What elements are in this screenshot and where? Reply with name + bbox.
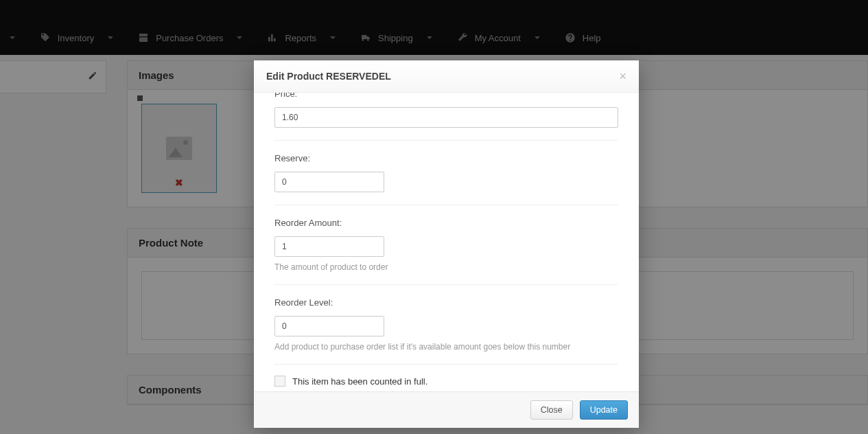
reorder-amount-input[interactable] [274, 236, 384, 257]
counted-checkbox-row: This item has been counted in full. [274, 365, 618, 391]
update-button[interactable]: Update [580, 400, 628, 420]
edit-product-modal: Edit Product RESERVEDEL × Price: Reserve… [254, 60, 639, 428]
form-group-price: Price: [274, 93, 618, 141]
counted-label: This item has been counted in full. [292, 376, 427, 387]
reorder-amount-label: Reorder Amount: [274, 218, 618, 228]
modal-title: Edit Product RESERVEDEL [266, 71, 391, 82]
close-button[interactable]: Close [530, 400, 573, 420]
price-label: Price: [274, 93, 618, 99]
reorder-level-help: Add product to purchase order list if it… [274, 342, 618, 352]
form-group-reorder-amount: Reorder Amount: The amount of product to… [274, 205, 618, 285]
reorder-level-input[interactable] [274, 316, 384, 336]
modal-body: Price: Reserve: Reorder Amount: The amou… [254, 93, 639, 391]
modal-footer: Close Update [254, 391, 639, 428]
reorder-amount-help: The amount of product to order [274, 262, 618, 272]
reserve-label: Reserve: [274, 153, 618, 163]
reorder-level-label: Reorder Level: [274, 297, 618, 308]
form-group-reserve: Reserve: [274, 141, 618, 205]
price-input[interactable] [274, 107, 618, 128]
counted-checkbox[interactable] [274, 376, 285, 387]
reserve-input[interactable] [274, 172, 384, 192]
modal-header: Edit Product RESERVEDEL × [254, 60, 639, 93]
form-group-reorder-level: Reorder Level: Add product to purchase o… [274, 285, 618, 365]
close-icon[interactable]: × [619, 70, 626, 82]
